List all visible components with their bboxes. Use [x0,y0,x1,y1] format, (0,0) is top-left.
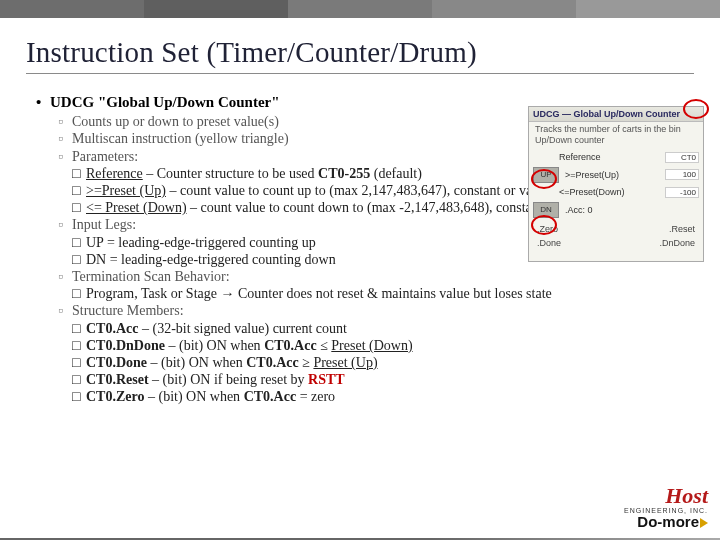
param-text: – (bit) ON when [165,338,264,353]
logo-domore: Do-more [624,514,708,530]
instruction-screenshot: UDCG — Global Up/Down Counter Tracks the… [528,106,704,262]
imgbox-dn-val: -100 [665,187,699,198]
imgbox-up-label: >=Preset(Up) [565,170,665,180]
param-op: ≥ [299,355,314,370]
imgbox-ref-val: CT0 [665,152,699,163]
imgbox-done: .Done [537,238,561,248]
imgbox-desc: Tracks the number of carts in the bin Up… [529,122,703,148]
imgbox-dndone: .DnDone [659,238,695,248]
param-ref: Preset (Down) [331,338,412,353]
param-member: CT0.Acc [264,338,317,353]
sub-structure: ▫Structure Members: [58,302,720,319]
imgbox-acc-label: .Acc: [565,205,585,215]
logo-host: Host [624,484,708,507]
imgbox-row-dn: DN .Acc: 0 [529,202,703,218]
param-member: CT0.Zero [86,389,144,404]
slide-title: Instruction Set (Timer/Counter/Drum) [26,36,720,69]
highlight-circle-dn [531,215,557,235]
param-acc: □CT0.Acc – (32-bit signed value) current… [72,320,720,337]
sub-text: Counts up or down to preset value(s) [72,114,279,129]
param-label: Reference [86,166,143,181]
imgbox-row-ref: Reference CT0 [529,152,703,163]
param-op: ≤ [317,338,332,353]
sub-termination: ▫Termination Scan Behavior: [58,268,720,285]
highlight-circle-up [531,169,557,189]
param-text: Program, Task or Stage → Counter does no… [86,286,552,301]
title-rule [26,73,694,74]
param-text: DN = leading-edge-triggered counting dow… [86,252,336,267]
param-range: CT0-255 [318,166,370,181]
imgbox-dn-label: <=Preset(Down) [559,187,665,197]
param-member: CT0.Acc [246,355,299,370]
param-text: – (bit) ON when [147,355,246,370]
imgbox-acc-val: 0 [588,205,593,215]
param-done: □CT0.Done – (bit) ON when CT0.Acc ≥ Pres… [72,354,720,371]
param-default: (default) [370,166,422,181]
arrow-icon [700,518,708,528]
param-label: >=Preset (Up) [86,183,166,198]
param-member: CT0.Done [86,355,147,370]
param-member: CT0.DnDone [86,338,165,353]
param-member: CT0.Acc [86,321,139,336]
main-bullet-text: UDCG "Global Up/Down Counter" [50,94,280,110]
sub-text: Termination Scan Behavior: [72,269,230,284]
param-label: <= Preset (Down) [86,200,187,215]
imgbox-reset: .Reset [669,224,695,234]
param-text: – Counter structure to be used [143,166,318,181]
param-dndone: □CT0.DnDone – (bit) ON when CT0.Acc ≤ Pr… [72,337,720,354]
param-text: – count value to count up to (max 2,147,… [166,183,564,198]
param-rstt: RSTT [308,372,345,387]
sub-text: Structure Members: [72,303,184,318]
highlight-circle-tri [683,99,709,119]
imgbox-up-val: 100 [665,169,699,180]
top-accent-bar [0,0,720,18]
sub-text: Input Legs: [72,217,136,232]
imgbox-row-flags2: .Done .DnDone [529,238,703,248]
logo-block: Host ENGINEERING, INC. Do-more [624,484,708,530]
imgbox-row-dnpreset: <=Preset(Down) -100 [529,187,703,198]
imgbox-header: UDCG — Global Up/Down Counter [529,107,703,122]
param-zero: □CT0.Zero – (bit) ON when CT0.Acc = zero [72,388,720,405]
param-text: – (bit) ON when [144,389,243,404]
param-reset: □CT0.Reset – (bit) ON if being reset by … [72,371,720,388]
param-text: UP = leading-edge-triggered counting up [86,235,316,250]
param-text: = zero [296,389,335,404]
param-text: – (32-bit signed value) current count [139,321,347,336]
param-member: CT0.Reset [86,372,149,387]
imgbox-ref-label: Reference [559,152,665,162]
param-ref: Preset (Up) [313,355,377,370]
param-member: CT0.Acc [244,389,297,404]
sub-text: Multiscan instruction (yellow triangle) [72,131,289,146]
sub-text: Parameters: [72,149,138,164]
param-termination: □Program, Task or Stage → Counter does n… [72,285,720,302]
param-text: – (bit) ON if being reset by [149,372,308,387]
